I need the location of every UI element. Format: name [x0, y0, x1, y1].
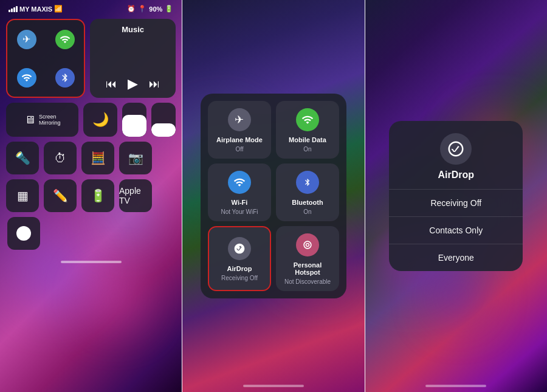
timer-icon: ⏱: [54, 151, 66, 165]
right-home-bar: [425, 385, 486, 387]
exp-airplane-title: Airplane Mode: [216, 136, 263, 143]
home-bar: [61, 261, 122, 263]
location-icon: 📍: [138, 5, 146, 13]
cc-second-row: 🖥 ScreenMirroring 🌙: [6, 103, 176, 137]
music-play-button[interactable]: ▶: [128, 76, 138, 92]
exp-mobiledata-title: Mobile Data: [289, 136, 326, 143]
music-controls: ⏮ ▶ ⏭: [97, 76, 168, 92]
wifi-icon: [17, 68, 36, 88]
exp-hotspot-icon: [296, 233, 319, 256]
airplane-mode-icon: ✈: [17, 30, 36, 49]
exp-wifi-tile[interactable]: Wi-Fi Not Your WiFi: [208, 163, 271, 221]
exp-airdrop-tile[interactable]: AirDrop Receiving Off: [208, 226, 271, 291]
screen-mirror-label: ScreenMirroring: [39, 114, 61, 126]
calculator-icon: 🧮: [91, 151, 106, 165]
alarm-icon: ⏰: [127, 5, 136, 13]
airdrop-popup-icon: [440, 133, 472, 165]
cc-top-row: ✈: [6, 19, 176, 98]
battery-tile-icon: 🔋: [91, 188, 106, 203]
appletv-tile[interactable]: Apple TV: [119, 179, 152, 212]
exp-airdrop-title: AirDrop: [227, 265, 252, 272]
exp-airdrop-icon: [228, 237, 251, 260]
airdrop-popup: AirDrop Receiving Off Contacts Only Ever…: [365, 0, 547, 392]
exp-mobiledata-subtitle: On: [303, 146, 311, 153]
carrier-name: MY MAXIS: [19, 5, 52, 13]
appletv-icon: Apple TV: [119, 186, 152, 205]
exp-airplane-icon: ✈: [228, 108, 251, 131]
cellular-tile[interactable]: [46, 20, 84, 58]
exp-bluetooth-subtitle: On: [303, 208, 311, 215]
record-row: [6, 217, 176, 252]
icon-row-2: ▦ ✏️ 🔋 Apple TV: [6, 179, 176, 212]
exp-hotspot-tile[interactable]: Personal Hotspot Not Discoverable: [276, 226, 339, 291]
airdrop-contacts-only-option[interactable]: Contacts Only: [389, 217, 523, 244]
airdrop-popup-title: AirDrop: [438, 170, 475, 181]
middle-home-bar: [243, 385, 304, 387]
calculator-tile[interactable]: 🧮: [81, 142, 114, 174]
qr-tile[interactable]: ▦: [6, 179, 39, 212]
brightness-slider[interactable]: [122, 103, 146, 137]
airdrop-receiving-off-option[interactable]: Receiving Off: [389, 190, 523, 216]
airplane-mode-tile[interactable]: ✈: [7, 20, 46, 58]
exp-mobiledata-icon: [296, 108, 319, 131]
connectivity-grid: ✈: [6, 19, 85, 98]
status-left: MY MAXIS 📶: [9, 5, 63, 13]
night-mode-tile[interactable]: 🌙: [83, 103, 117, 137]
airdrop-everyone-option[interactable]: Everyone: [389, 244, 523, 271]
battery-tile[interactable]: 🔋: [81, 179, 114, 212]
music-title: Music: [97, 25, 168, 34]
status-bar: MY MAXIS 📶 ⏰ 📍 90% 🔋: [0, 0, 182, 15]
exp-bluetooth-tile[interactable]: Bluetooth On: [276, 163, 339, 221]
exp-bluetooth-icon: [296, 171, 319, 194]
exp-wifi-icon: [228, 171, 251, 194]
battery-icon: 🔋: [165, 5, 173, 13]
exp-airplane-subtitle: Off: [235, 146, 243, 153]
exp-airdrop-subtitle: Receiving Off: [221, 275, 258, 281]
status-right: ⏰ 📍 90% 🔋: [127, 5, 173, 13]
flashlight-tile[interactable]: 🔦: [6, 142, 39, 174]
music-prev-button[interactable]: ⏮: [106, 78, 117, 91]
bluetooth-tile[interactable]: [46, 58, 84, 97]
airdrop-card: AirDrop Receiving Off Contacts Only Ever…: [389, 121, 523, 271]
airdrop-header: AirDrop: [389, 121, 523, 189]
right-panel: AirDrop Receiving Off Contacts Only Ever…: [365, 0, 547, 392]
volume-slider[interactable]: [151, 103, 176, 137]
icon-row-1: 🔦 ⏱ 🧮 📷: [6, 142, 176, 174]
record-dot: [16, 226, 31, 241]
cc-content: ✈: [0, 15, 182, 258]
edit-icon: ✏️: [53, 188, 68, 203]
screen-mirror-icon: 🖥: [24, 114, 35, 126]
flashlight-icon: 🔦: [15, 151, 30, 165]
exp-hotspot-title: Personal Hotspot: [281, 261, 334, 276]
camera-tile[interactable]: 📷: [119, 142, 152, 174]
edit-tile[interactable]: ✏️: [44, 179, 77, 212]
music-widget: Music ⏮ ▶ ⏭: [90, 19, 176, 98]
exp-hotspot-subtitle: Not Discoverable: [284, 278, 331, 285]
timer-tile[interactable]: ⏱: [44, 142, 77, 174]
exp-wifi-title: Wi-Fi: [232, 199, 248, 206]
wifi-tile[interactable]: [7, 58, 46, 97]
wifi-status-icon: 📶: [54, 5, 63, 13]
cc-expanded-view: ✈ Airplane Mode Off Mobile Data On: [182, 0, 364, 392]
exp-bluetooth-title: Bluetooth: [292, 199, 323, 206]
qr-icon: ▦: [17, 188, 29, 203]
exp-airplane-tile[interactable]: ✈ Airplane Mode Off: [208, 101, 271, 159]
exp-wifi-subtitle: Not Your WiFi: [221, 208, 258, 215]
exp-mobiledata-tile[interactable]: Mobile Data On: [276, 101, 339, 159]
camera-icon: 📷: [128, 151, 143, 165]
middle-panel: ✈ Airplane Mode Off Mobile Data On: [182, 0, 365, 392]
record-tile[interactable]: [7, 217, 40, 250]
cellular-icon: [55, 30, 75, 49]
bluetooth-icon: [55, 68, 75, 88]
moon-icon: 🌙: [92, 112, 109, 128]
signal-bars: [9, 5, 18, 12]
battery-percent: 90%: [149, 5, 162, 13]
screen-mirror-tile[interactable]: 🖥 ScreenMirroring: [6, 103, 78, 137]
expanded-card: ✈ Airplane Mode Off Mobile Data On: [201, 94, 346, 298]
left-panel: MY MAXIS 📶 ⏰ 📍 90% 🔋 ✈: [0, 0, 182, 392]
music-next-button[interactable]: ⏭: [149, 78, 160, 91]
